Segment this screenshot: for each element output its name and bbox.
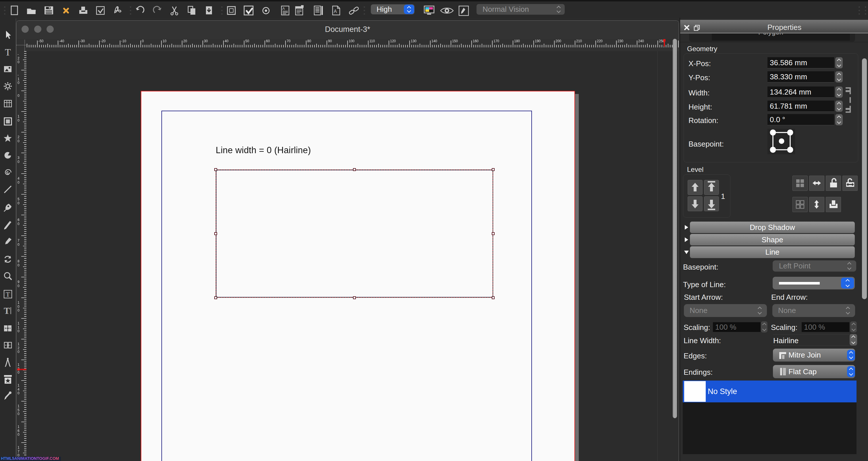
svg-text:0: 0 (18, 305, 20, 309)
svg-text:0: 0 (18, 222, 20, 226)
svg-text:1: 1 (18, 383, 20, 387)
svg-text:20: 20 (183, 39, 187, 43)
svg-text:5: 5 (18, 197, 20, 201)
svg-text:1: 1 (18, 445, 20, 450)
svg-text:0: 0 (18, 160, 20, 164)
svg-text:0: 0 (18, 60, 20, 64)
svg-text:0: 0 (18, 118, 20, 122)
svg-text:50: 50 (245, 39, 249, 43)
svg-text:T: T (4, 306, 10, 316)
svg-text:6: 6 (18, 429, 20, 433)
svg-text:190: 190 (535, 39, 540, 43)
svg-text:0: 0 (18, 433, 20, 437)
svg-text:210: 210 (576, 39, 582, 43)
svg-text:0: 0 (18, 180, 20, 184)
svg-text:-30: -30 (80, 39, 85, 43)
svg-text:200: 200 (556, 39, 561, 43)
svg-text:0: 0 (18, 94, 20, 98)
svg-text:1: 1 (18, 300, 20, 305)
svg-text:0: 0 (18, 242, 20, 247)
svg-text:150: 150 (452, 39, 458, 43)
svg-text:30: 30 (204, 39, 208, 43)
svg-text:1: 1 (18, 321, 20, 325)
svg-text:0: 0 (18, 308, 20, 312)
svg-text:-: - (18, 52, 19, 56)
svg-text:0: 0 (18, 371, 20, 374)
svg-text:120: 120 (390, 39, 396, 43)
svg-text:180: 180 (514, 39, 520, 43)
svg-text:80: 80 (307, 39, 311, 43)
svg-text:-10: -10 (121, 39, 126, 43)
svg-text:90: 90 (328, 39, 332, 43)
svg-text:1: 1 (18, 425, 20, 429)
svg-text:0: 0 (18, 412, 20, 416)
svg-text:4: 4 (18, 387, 20, 392)
svg-text:-20: -20 (100, 39, 106, 43)
svg-text:0: 0 (18, 139, 20, 143)
svg-text:100: 100 (349, 39, 354, 43)
svg-text:T: T (5, 47, 11, 57)
svg-text:1: 1 (18, 325, 20, 329)
svg-text:110: 110 (369, 39, 375, 43)
svg-text:A: A (282, 6, 285, 11)
svg-text:-: - (18, 73, 19, 77)
svg-text:A: A (334, 9, 337, 14)
svg-text:170: 170 (493, 39, 499, 43)
svg-text:8: 8 (18, 259, 20, 263)
svg-text:0: 0 (18, 329, 20, 333)
svg-text:5: 5 (18, 408, 20, 412)
svg-text:220: 220 (597, 39, 602, 43)
svg-text:70: 70 (287, 39, 291, 43)
svg-text:3: 3 (18, 156, 20, 160)
svg-text:2: 2 (18, 56, 20, 60)
svg-text:1: 1 (18, 342, 20, 346)
svg-text:0: 0 (18, 350, 20, 354)
svg-text:0: 0 (142, 39, 144, 43)
svg-text:130: 130 (411, 39, 416, 43)
svg-text:-50: -50 (38, 39, 44, 43)
svg-text:T: T (6, 291, 10, 298)
svg-text:240: 240 (638, 39, 644, 43)
svg-text:0: 0 (18, 81, 20, 85)
svg-text:9: 9 (18, 280, 20, 284)
svg-text:2: 2 (18, 135, 20, 139)
svg-text:7: 7 (18, 238, 20, 242)
svg-text:4: 4 (18, 176, 20, 180)
svg-text:0: 0 (18, 263, 20, 267)
svg-text:2: 2 (18, 346, 20, 350)
svg-text:140: 140 (431, 39, 437, 43)
svg-text:7: 7 (18, 450, 20, 454)
svg-text:1: 1 (18, 77, 20, 81)
svg-text:1: 1 (18, 404, 20, 408)
svg-text:230: 230 (618, 39, 623, 43)
svg-text:1: 1 (18, 363, 20, 367)
svg-text:10: 10 (162, 39, 166, 43)
svg-text:6: 6 (18, 218, 20, 222)
svg-text:0: 0 (18, 284, 20, 288)
svg-text:-40: -40 (59, 39, 64, 43)
svg-text:1: 1 (18, 114, 20, 118)
svg-text:40: 40 (225, 39, 229, 43)
svg-text:60: 60 (266, 39, 270, 43)
svg-text:160: 160 (473, 39, 478, 43)
svg-text:0: 0 (18, 391, 20, 395)
svg-text:0: 0 (18, 201, 20, 205)
